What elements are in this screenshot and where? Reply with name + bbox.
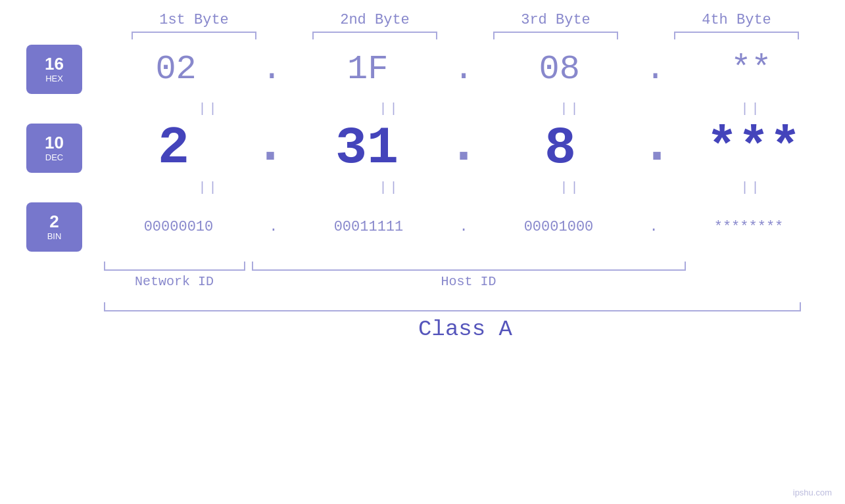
dec-dot3: . — [641, 116, 673, 175]
hex-b3: 08 — [497, 50, 622, 89]
eq1-b3: || — [508, 101, 633, 116]
dec-b1: 2 — [111, 118, 236, 178]
dec-dot2: . — [448, 116, 479, 175]
class-label-row: Class A — [104, 317, 827, 342]
hex-values: 02 . 1F . 08 . ** — [82, 50, 845, 89]
dec-row: 10 DEC 2 . 31 . 8 . *** — [0, 118, 845, 177]
main-container: 1st Byte 2nd Byte 3rd Byte 4th Byte 16 H… — [0, 0, 845, 504]
dec-badge-num: 10 — [45, 133, 64, 152]
dec-dot1: . — [254, 116, 286, 175]
hex-dot3: . — [645, 50, 665, 89]
host-id-label: Host ID — [252, 274, 686, 289]
network-id-label: Network ID — [104, 274, 245, 289]
bin-b1: 00000010 — [116, 219, 241, 235]
eq2-b2: || — [327, 180, 452, 195]
bin-badge-type: BIN — [47, 231, 62, 241]
hex-badge-type: HEX — [45, 74, 63, 83]
eq2-b1: || — [147, 180, 272, 195]
byte4-header: 4th Byte — [664, 12, 809, 28]
bracket-byte2 — [312, 32, 437, 39]
hex-badge: 16 HEX — [26, 45, 82, 94]
dec-b3: 8 — [498, 118, 623, 178]
bin-values: 00000010 . 00011111 . 00001000 . *******… — [82, 219, 845, 235]
dec-badge: 10 DEC — [26, 124, 82, 173]
bottom-brackets — [104, 258, 827, 271]
bin-badge: 2 BIN — [26, 202, 82, 252]
dec-badge-type: DEC — [45, 152, 63, 162]
bin-dot1: . — [269, 219, 278, 235]
hex-dot1: . — [262, 50, 282, 89]
hex-dot2: . — [453, 50, 473, 89]
dec-b4: *** — [691, 118, 816, 178]
bracket-network — [104, 262, 245, 271]
hex-b1: 02 — [114, 50, 239, 89]
eq2-b4: || — [689, 180, 814, 195]
bracket-byte3 — [493, 32, 618, 39]
byte1-header: 1st Byte — [122, 12, 266, 28]
bracket-byte4 — [674, 32, 799, 39]
watermark: ipshu.com — [793, 488, 832, 497]
hex-b2: 1F — [305, 50, 430, 89]
hex-row: 16 HEX 02 . 1F . 08 . ** — [0, 39, 845, 99]
class-bracket — [104, 302, 801, 311]
bin-b2: 00011111 — [306, 219, 431, 235]
equals-row2: || || || || — [118, 177, 842, 197]
dec-b2: 31 — [304, 118, 429, 178]
bin-dot2: . — [459, 219, 468, 235]
bracket-byte1 — [132, 32, 256, 39]
bracket-host — [252, 262, 686, 271]
eq1-b4: || — [689, 101, 814, 116]
bin-row: 2 BIN 00000010 . 00011111 . 00001000 . *… — [0, 197, 845, 256]
eq1-b1: || — [147, 101, 272, 116]
byte-headers: 1st Byte 2nd Byte 3rd Byte 4th Byte — [104, 12, 827, 28]
hex-badge-num: 16 — [45, 55, 64, 74]
eq2-b3: || — [508, 180, 633, 195]
bin-dot3: . — [649, 219, 658, 235]
bin-badge-num: 2 — [49, 212, 59, 231]
dec-values: 2 . 31 . 8 . *** — [82, 116, 845, 181]
bin-b4: ******** — [687, 219, 811, 235]
byte2-header: 2nd Byte — [302, 12, 447, 28]
id-labels: Network ID Host ID — [104, 274, 827, 289]
hex-b4: ** — [688, 50, 813, 89]
bin-b3: 00001000 — [496, 219, 621, 235]
byte3-header: 3rd Byte — [483, 12, 628, 28]
eq1-b2: || — [327, 101, 452, 116]
class-label: Class A — [418, 317, 512, 342]
top-brackets — [104, 32, 827, 39]
class-bracket-row — [104, 302, 827, 311]
